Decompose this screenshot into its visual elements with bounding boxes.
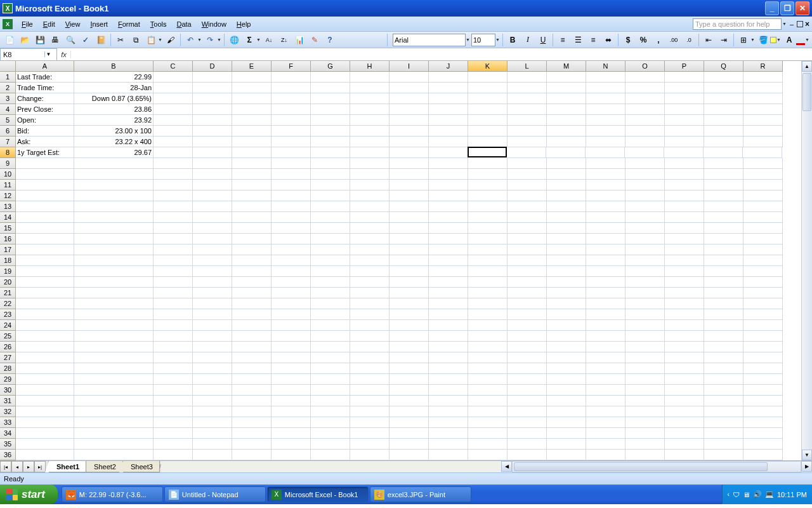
cell-H21[interactable]: [350, 288, 390, 298]
row-header-16[interactable]: 16: [0, 234, 16, 244]
cell-N15[interactable]: [586, 223, 625, 234]
first-sheet-button[interactable]: |◂: [0, 461, 11, 472]
cell-L24[interactable]: [508, 320, 547, 331]
cell-D26[interactable]: [193, 342, 232, 352]
cell-A23[interactable]: [16, 309, 74, 320]
cell-P10[interactable]: [665, 169, 704, 180]
cell-N29[interactable]: [586, 374, 625, 385]
cell-N11[interactable]: [586, 180, 625, 190]
col-header-Q[interactable]: Q: [704, 61, 743, 72]
col-header-J[interactable]: J: [429, 61, 468, 72]
cell-E12[interactable]: [232, 190, 272, 201]
row-header-5[interactable]: 5: [0, 115, 16, 126]
cell-J32[interactable]: [429, 406, 468, 417]
cell-L35[interactable]: [508, 439, 547, 450]
cell-Q19[interactable]: [704, 266, 743, 277]
cell-Q30[interactable]: [704, 385, 743, 396]
cell-O23[interactable]: [625, 309, 665, 320]
cell-K35[interactable]: [468, 439, 508, 450]
row-header-27[interactable]: 27: [0, 352, 16, 363]
cell-G9[interactable]: [311, 158, 350, 169]
spelling-button[interactable]: ✓: [79, 33, 93, 47]
row-header-33[interactable]: 33: [0, 417, 16, 428]
cell-A7[interactable]: Ask:: [16, 137, 74, 147]
cell-H2[interactable]: [350, 83, 390, 93]
row-header-14[interactable]: 14: [0, 212, 16, 223]
cell-O5[interactable]: [625, 115, 665, 126]
cell-L17[interactable]: [508, 244, 547, 255]
cell-C26[interactable]: [154, 342, 193, 352]
cell-K28[interactable]: [468, 363, 508, 374]
cell-C5[interactable]: [154, 115, 193, 126]
undo-button[interactable]: ↶: [183, 33, 197, 47]
cell-M31[interactable]: [547, 396, 586, 406]
cell-F26[interactable]: [272, 342, 311, 352]
cell-H27[interactable]: [350, 352, 390, 363]
cell-C7[interactable]: [154, 137, 193, 147]
cell-D4[interactable]: [193, 104, 232, 115]
cell-D29[interactable]: [193, 374, 232, 385]
cell-E2[interactable]: [232, 83, 272, 93]
cell-L26[interactable]: [508, 342, 547, 352]
cell-D20[interactable]: [193, 277, 232, 288]
cell-B24[interactable]: [74, 320, 154, 331]
mdi-minimize-button[interactable]: –: [789, 20, 795, 28]
cell-R11[interactable]: [743, 180, 783, 190]
cell-F35[interactable]: [272, 439, 311, 450]
row-header-12[interactable]: 12: [0, 190, 16, 201]
align-center-button[interactable]: ☰: [571, 33, 585, 47]
cell-K2[interactable]: [468, 83, 508, 93]
cell-F34[interactable]: [272, 428, 311, 439]
cell-E32[interactable]: [232, 406, 272, 417]
cell-G4[interactable]: [311, 104, 350, 115]
help-search-input[interactable]: [693, 18, 782, 30]
cell-M5[interactable]: [547, 115, 586, 126]
cell-B3[interactable]: Down 0.87 (3.65%): [74, 93, 154, 104]
cell-F25[interactable]: [272, 331, 311, 342]
cell-F3[interactable]: [272, 93, 311, 104]
cell-B31[interactable]: [74, 396, 154, 406]
decrease-indent-button[interactable]: ⇤: [702, 33, 716, 47]
cell-N16[interactable]: [586, 234, 625, 244]
cell-P16[interactable]: [665, 234, 704, 244]
cell-B34[interactable]: [74, 428, 154, 439]
cell-I34[interactable]: [390, 428, 429, 439]
row-header-9[interactable]: 9: [0, 158, 16, 169]
start-button[interactable]: start: [0, 485, 58, 504]
col-header-E[interactable]: E: [232, 61, 272, 72]
cell-M11[interactable]: [547, 180, 586, 190]
cell-M2[interactable]: [547, 83, 586, 93]
cell-R34[interactable]: [743, 428, 783, 439]
cell-Q22[interactable]: [704, 298, 743, 309]
cell-J28[interactable]: [429, 363, 468, 374]
cell-G25[interactable]: [311, 331, 350, 342]
cell-O25[interactable]: [625, 331, 665, 342]
cell-K31[interactable]: [468, 396, 508, 406]
cell-A15[interactable]: [16, 223, 74, 234]
comma-button[interactable]: ,: [652, 33, 665, 47]
align-right-button[interactable]: ≡: [586, 33, 600, 47]
cell-L28[interactable]: [508, 363, 547, 374]
cell-A28[interactable]: [16, 363, 74, 374]
cell-N33[interactable]: [586, 417, 625, 428]
cell-C23[interactable]: [154, 309, 193, 320]
cell-C15[interactable]: [154, 223, 193, 234]
cell-F10[interactable]: [272, 169, 311, 180]
cell-R33[interactable]: [743, 417, 783, 428]
cell-A25[interactable]: [16, 331, 74, 342]
tray-network-icon[interactable]: 🖥: [743, 491, 750, 498]
cell-L5[interactable]: [508, 115, 547, 126]
cell-N27[interactable]: [586, 352, 625, 363]
sheet-tab-sheet1[interactable]: Sheet1: [48, 461, 86, 472]
cell-E1[interactable]: [232, 72, 272, 83]
cell-F23[interactable]: [272, 309, 311, 320]
cell-D23[interactable]: [193, 309, 232, 320]
cell-N14[interactable]: [586, 212, 625, 223]
cell-D34[interactable]: [193, 428, 232, 439]
cell-M8[interactable]: [546, 147, 586, 158]
cell-Q33[interactable]: [704, 417, 743, 428]
cell-N36[interactable]: [586, 450, 625, 460]
cell-P25[interactable]: [665, 331, 704, 342]
cell-C14[interactable]: [154, 212, 193, 223]
cell-M9[interactable]: [547, 158, 586, 169]
